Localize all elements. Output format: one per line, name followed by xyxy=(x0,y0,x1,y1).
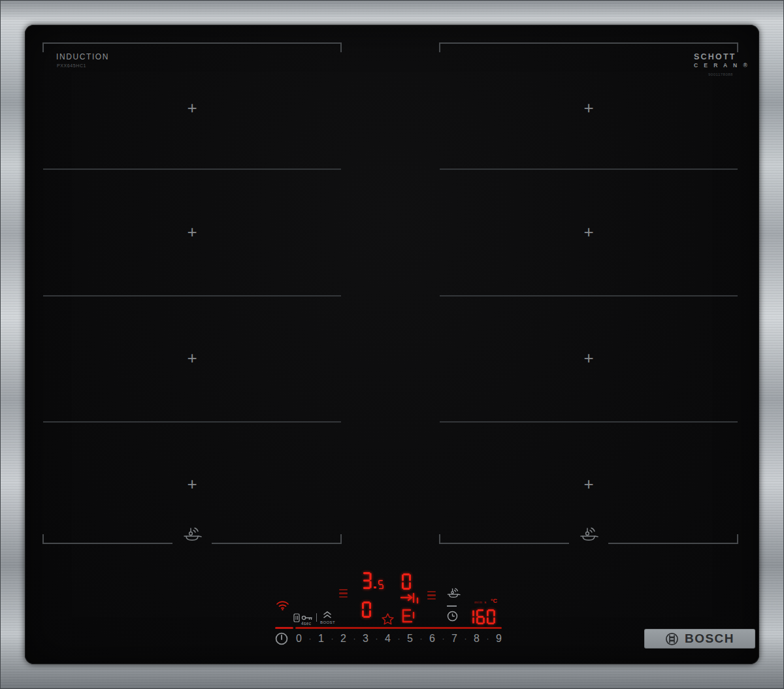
power-level-display-mid xyxy=(402,573,411,590)
slider-dot: · xyxy=(464,634,466,643)
timer-clock-key[interactable] xyxy=(447,611,458,622)
zone-bracket-top xyxy=(439,42,738,52)
zone-bracket-bottom-right xyxy=(608,534,738,544)
slider-number-2[interactable]: 2 xyxy=(340,633,346,645)
cooking-zone-marker[interactable]: + xyxy=(179,471,205,497)
zone-select-indicator-right xyxy=(427,591,436,601)
flex-zone-right: + + + + xyxy=(439,42,738,544)
zone-bracket-bottom-left xyxy=(439,534,569,544)
temperature-display xyxy=(466,609,495,624)
slider-number-7[interactable]: 7 xyxy=(451,633,457,645)
cooking-zone-marker[interactable]: + xyxy=(179,345,205,371)
bosch-symbol-icon xyxy=(665,632,679,646)
power-slider[interactable]: 0·1·2·3·4·5·6·7·8·9 xyxy=(296,631,502,647)
slider-number-3[interactable]: 3 xyxy=(363,633,368,645)
zone-bracket-bottom-left xyxy=(42,534,172,544)
zone-bracket-top xyxy=(42,42,342,52)
slider-dot: · xyxy=(308,634,311,643)
bosch-wordmark: BOSCH xyxy=(685,632,734,646)
cooking-sensor-key[interactable] xyxy=(445,586,462,600)
bosch-logo: BOSCH xyxy=(644,629,755,649)
zone-select-indicator-left xyxy=(339,589,348,600)
temp-unit-label: °C xyxy=(491,598,497,604)
boost-label: BOOST xyxy=(320,620,335,624)
slider-number-5[interactable]: 5 xyxy=(407,633,413,645)
cooking-zone-marker[interactable]: + xyxy=(179,95,205,121)
slider-dot: · xyxy=(331,634,333,643)
cooking-zone-marker[interactable]: + xyxy=(576,95,602,121)
favorite-star-key[interactable] xyxy=(381,613,395,626)
cooking-zone-marker[interactable]: + xyxy=(179,219,205,245)
zone-divider-line xyxy=(440,168,738,170)
zone-divider-line xyxy=(43,421,341,423)
power-level-display-lower xyxy=(362,601,371,618)
slider-number-0[interactable]: 0 xyxy=(296,633,302,645)
slider-number-8[interactable]: 8 xyxy=(474,633,480,645)
induction-hob: INDUCTION PXX645HC1 SCHOTT C E R A N ® 9… xyxy=(0,0,784,689)
zone-bracket-bottom-right xyxy=(212,534,342,544)
temp-caption: min s xyxy=(474,600,487,604)
boost-key[interactable]: BOOST xyxy=(320,611,340,627)
power-button[interactable] xyxy=(274,632,289,646)
slider-number-4[interactable]: 4 xyxy=(385,633,391,645)
zone-divider-line xyxy=(440,295,738,296)
slider-dot: · xyxy=(397,634,400,643)
cooking-zone-marker[interactable]: + xyxy=(576,219,602,245)
boost-chevrons-icon xyxy=(323,611,332,618)
frying-sensor-icon xyxy=(181,525,203,543)
slider-dot: · xyxy=(353,634,355,643)
slider-number-1[interactable]: 1 xyxy=(318,633,324,645)
zone-divider-line xyxy=(43,295,341,296)
flex-zone-left: + + + + xyxy=(42,42,342,544)
frying-sensor-icon xyxy=(578,525,600,543)
zone-divider-line xyxy=(440,421,738,423)
cooking-zone-marker[interactable]: + xyxy=(576,471,602,497)
cooking-zone-marker[interactable]: + xyxy=(576,345,602,371)
pan-transfer-led-icon xyxy=(400,592,421,624)
slider-dot: · xyxy=(442,634,444,643)
key-icon xyxy=(301,615,313,621)
timer-dash-indicator xyxy=(447,605,457,607)
wifi-icon xyxy=(276,600,289,611)
slider-dot: · xyxy=(419,634,422,643)
slider-dot: · xyxy=(375,634,378,643)
slider-track-power-segment xyxy=(275,627,293,629)
zone-divider-line xyxy=(43,168,341,170)
slider-number-9[interactable]: 9 xyxy=(496,633,502,645)
slider-dot: · xyxy=(486,634,489,643)
slider-number-6[interactable]: 6 xyxy=(429,633,435,645)
childlock-key[interactable]: 4sec xyxy=(293,612,317,626)
power-level-display-left xyxy=(362,572,384,589)
console-divider xyxy=(316,613,317,622)
panel-lock-icon xyxy=(293,613,300,622)
slider-track xyxy=(295,627,502,629)
childlock-hold-label: 4sec xyxy=(301,621,311,626)
